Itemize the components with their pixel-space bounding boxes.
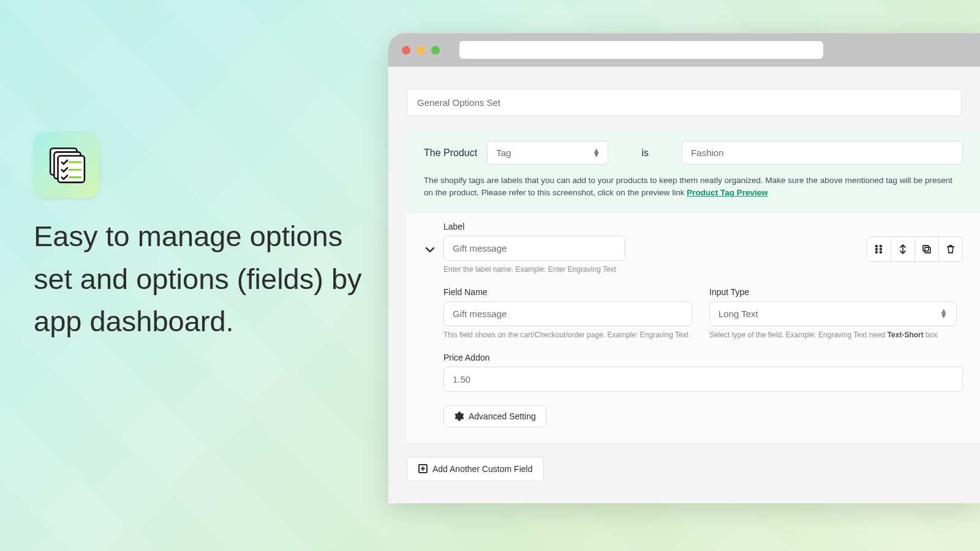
move-updown-icon[interactable] (891, 236, 915, 262)
svg-rect-13 (925, 247, 930, 253)
gear-icon (454, 411, 464, 421)
input-type-select[interactable]: Long Text ▲▼ (709, 301, 957, 326)
chevron-updown-icon: ▲▼ (940, 309, 948, 318)
field-name-input[interactable]: Gift message (443, 301, 692, 326)
svg-point-9 (880, 248, 882, 250)
svg-point-6 (876, 245, 878, 247)
condition-prefix: The Product (424, 148, 477, 159)
chevron-updown-icon: ▲▼ (592, 148, 600, 158)
condition-panel: The Product Tag ▲▼ is Fashion The shopif… (407, 130, 980, 213)
svg-point-11 (880, 251, 882, 253)
add-custom-field-button[interactable]: Add Another Custom Field (407, 457, 544, 481)
hero-text: Easy to manage options set and options (… (34, 215, 377, 343)
svg-point-7 (880, 245, 882, 247)
window-titlebar (388, 33, 980, 67)
condition-value-input[interactable]: Fashion (682, 141, 963, 165)
product-tag-preview-link[interactable]: Product Tag Preview (687, 188, 768, 197)
label-hint: Enter the label name. Example: Enter Eng… (443, 265, 625, 274)
condition-operator: is (618, 148, 672, 159)
svg-rect-12 (923, 246, 929, 251)
url-bar[interactable] (459, 41, 823, 59)
window-minimize-icon[interactable] (417, 46, 425, 54)
delete-icon[interactable] (938, 236, 963, 262)
svg-point-10 (876, 251, 878, 253)
plus-box-icon (418, 464, 428, 473)
condition-help-text: The shopify tags are labels that you can… (424, 174, 963, 200)
label-title: Label (443, 222, 625, 231)
window-zoom-icon[interactable] (431, 46, 440, 54)
duplicate-icon[interactable] (914, 236, 939, 262)
custom-field-card: Label Gift message Enter the label name.… (407, 213, 980, 442)
condition-attribute-select[interactable]: Tag ▲▼ (487, 141, 608, 165)
input-type-hint: Select type of the field. Example: Engra… (709, 331, 957, 339)
field-name-hint: This field shows on the cart/Checkout/or… (443, 331, 692, 339)
field-name-title: Field Name (443, 287, 692, 297)
drag-handle-icon[interactable] (867, 236, 891, 262)
app-icon (34, 132, 100, 198)
input-type-title: Input Type (709, 287, 957, 297)
label-input[interactable]: Gift message (443, 236, 625, 261)
svg-point-8 (876, 248, 878, 250)
price-addon-title: Price Addon (443, 353, 963, 362)
collapse-toggle[interactable] (424, 244, 436, 258)
browser-window: General Options Set The Product Tag ▲▼ i… (388, 33, 980, 503)
advanced-setting-button[interactable]: Advanced Setting (443, 405, 546, 427)
price-addon-input[interactable]: 1.50 (443, 367, 963, 392)
options-set-name-input[interactable]: General Options Set (407, 89, 962, 116)
window-close-icon[interactable] (402, 46, 410, 54)
